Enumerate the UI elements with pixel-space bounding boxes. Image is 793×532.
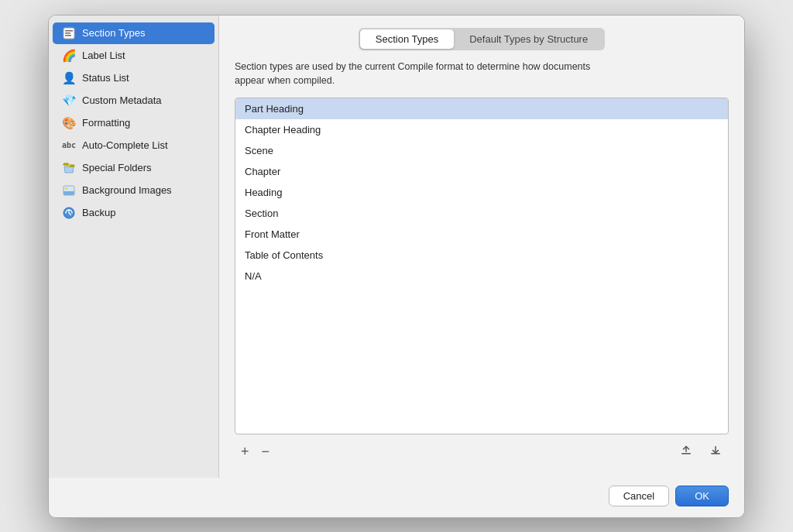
tab-bar-inner: Section TypesDefault Types by Structure <box>359 28 605 50</box>
list-item[interactable]: Chapter <box>235 161 728 182</box>
backup-icon <box>62 206 76 220</box>
tab-default-types[interactable]: Default Types by Structure <box>454 29 603 49</box>
description-text: Section types are used by the current Co… <box>235 60 622 89</box>
auto-complete-icon: abc <box>62 139 76 153</box>
main-dialog: Section Types🌈Label List👤Status List💎Cus… <box>48 15 745 518</box>
list-item[interactable]: Front Matter <box>235 224 728 245</box>
svg-point-7 <box>65 187 67 190</box>
sidebar-item-backup[interactable]: Backup <box>53 202 215 224</box>
sidebar-item-status-list[interactable]: 👤Status List <box>53 67 215 89</box>
svg-rect-2 <box>65 33 70 34</box>
svg-rect-1 <box>65 30 73 32</box>
section-types-list[interactable]: Part HeadingChapter HeadingSceneChapterH… <box>235 98 729 434</box>
sidebar-item-formatting[interactable]: 🎨Formatting <box>53 112 215 134</box>
sidebar-label-formatting: Formatting <box>82 117 130 129</box>
cancel-button[interactable]: Cancel <box>609 486 669 506</box>
list-item[interactable]: Heading <box>235 182 728 203</box>
dialog-body: Section Types🌈Label List👤Status List💎Cus… <box>49 15 744 478</box>
formatting-icon: 🎨 <box>62 116 76 130</box>
ok-button[interactable]: OK <box>675 486 729 506</box>
sidebar-label-status-list: Status List <box>82 72 129 84</box>
tab-bar: Section TypesDefault Types by Structure <box>235 28 729 50</box>
sidebar-item-custom-metadata[interactable]: 💎Custom Metadata <box>53 90 215 112</box>
toolbar-right <box>673 441 729 462</box>
main-content: Section TypesDefault Types by Structure … <box>219 15 744 478</box>
list-item[interactable]: Scene <box>235 140 728 161</box>
svg-rect-9 <box>681 453 691 455</box>
sidebar-item-background-images[interactable]: Background Images <box>53 180 215 201</box>
sidebar-label-label-list: Label List <box>82 50 125 61</box>
sidebar-label-backup: Backup <box>82 207 115 218</box>
list-item[interactable]: Section <box>235 203 728 224</box>
sidebar-label-background-images: Background Images <box>82 184 172 196</box>
svg-rect-12 <box>715 446 716 452</box>
tab-section-types[interactable]: Section Types <box>360 29 454 49</box>
list-item[interactable]: Table of Contents <box>235 245 728 266</box>
special-folders-icon <box>62 161 76 175</box>
list-item[interactable]: Chapter Heading <box>235 119 728 140</box>
svg-rect-6 <box>64 191 74 195</box>
import-button[interactable] <box>702 441 729 462</box>
sidebar-item-section-types[interactable]: Section Types <box>53 22 215 44</box>
section-types-icon <box>62 26 76 40</box>
list-toolbar: + − <box>235 434 729 465</box>
custom-metadata-icon: 💎 <box>62 94 76 108</box>
list-item[interactable]: N/A <box>235 266 728 287</box>
sidebar-label-custom-metadata: Custom Metadata <box>82 94 162 106</box>
sidebar-item-auto-complete[interactable]: abcAuto-Complete List <box>53 135 215 156</box>
add-button[interactable]: + <box>235 441 256 462</box>
sidebar-label-section-types: Section Types <box>82 27 145 39</box>
sidebar-label-auto-complete: Auto-Complete List <box>82 139 168 151</box>
sidebar-item-special-folders[interactable]: Special Folders <box>53 157 215 179</box>
svg-rect-3 <box>65 35 71 36</box>
label-list-icon: 🌈 <box>62 49 76 63</box>
sidebar-item-label-list[interactable]: 🌈Label List <box>53 45 215 67</box>
list-item[interactable]: Part Heading <box>235 98 728 119</box>
export-button[interactable] <box>673 441 699 462</box>
remove-button[interactable]: − <box>256 441 276 462</box>
status-list-icon: 👤 <box>62 71 76 85</box>
dialog-footer: Cancel OK <box>49 478 744 517</box>
sidebar-label-special-folders: Special Folders <box>82 162 152 173</box>
background-images-icon <box>62 184 76 197</box>
sidebar: Section Types🌈Label List👤Status List💎Cus… <box>49 15 219 478</box>
